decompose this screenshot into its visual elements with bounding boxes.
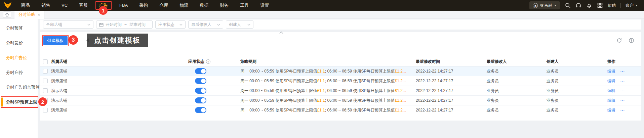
shop-select[interactable]: 全部店铺 xyxy=(43,20,93,29)
modifier-select[interactable]: 最后修改人 xyxy=(188,20,223,29)
rule-budget-value: £1.2... xyxy=(395,108,406,112)
strategy-rule: 周一 00:00 ~ 05:59 使用SP每日预算上限值 £1.1; 06:00… xyxy=(240,66,411,76)
nav-item-工具[interactable]: 工具 xyxy=(234,0,254,11)
edit-link[interactable]: 编辑 xyxy=(607,98,615,103)
header-status-label: 应用状态 xyxy=(188,59,204,64)
status-select[interactable]: 应用状态 xyxy=(155,20,186,29)
nav-item-仓库[interactable]: 仓库 xyxy=(154,0,174,11)
app-logo-fox-icon[interactable] xyxy=(0,2,15,9)
chevron-down-icon xyxy=(247,22,250,27)
row-checkbox[interactable] xyxy=(43,108,48,112)
actions-cell: 编辑⋯ xyxy=(607,66,625,76)
bell-icon[interactable] xyxy=(586,2,592,8)
nav-item-客服[interactable]: 客服 xyxy=(73,0,93,11)
row-checkbox[interactable] xyxy=(43,69,48,74)
creator-name: 业务员 xyxy=(547,105,559,115)
nav-item-商品[interactable]: 商品 xyxy=(15,0,36,11)
create-template-button[interactable]: 创建模板 xyxy=(43,36,68,45)
sidebar-item-分时广告组合预算[interactable]: 分时广告组合预算 xyxy=(0,80,38,95)
rule-text: 周一 00:00 ~ 05:59 使用SP每日预算上限值 xyxy=(240,88,317,94)
select-all-checkbox[interactable] xyxy=(43,59,48,64)
table-row: 演示店铺周一 00:00 ~ 05:59 使用SP每日预算上限值 £1.1; 0… xyxy=(40,105,641,115)
modified-time: 2022-12-22 14:27:17 xyxy=(416,96,453,105)
nav-item-物流[interactable]: 物流 xyxy=(174,0,194,11)
strategy-rule: 周一 00:00 ~ 05:59 使用SP每日预算上限值 £1.1; 06:00… xyxy=(240,105,411,115)
date-start-placeholder: 开始时间 xyxy=(106,22,122,28)
status-select-placeholder: 应用状态 xyxy=(158,22,177,28)
table-header-row: 所属店铺 应用状态 ? 策略规则 最后修改时间 最后修改人 创建人 操作 xyxy=(40,57,641,66)
edit-link[interactable]: 编辑 xyxy=(607,88,615,94)
edit-link[interactable]: 编辑 xyxy=(607,68,615,74)
header-creator: 创建人 xyxy=(547,57,559,66)
creator-name: 业务员 xyxy=(547,76,559,86)
help-circle-icon[interactable] xyxy=(629,38,634,43)
nav-item-设置[interactable]: 设置 xyxy=(254,0,275,11)
edit-link[interactable]: 编辑 xyxy=(607,107,615,113)
headset-icon[interactable] xyxy=(575,2,581,8)
status-toggle-on[interactable] xyxy=(195,107,206,113)
rule-text: ; 06:00 ~ 06:59 使用SP每日预算上限值 xyxy=(325,98,395,103)
header-rule: 策略规则 xyxy=(240,57,411,66)
help-link[interactable]: 帮助 xyxy=(608,3,616,8)
creator-name: 业务员 xyxy=(547,86,559,95)
app-grid-icon[interactable] xyxy=(597,2,603,8)
shop-name: 演示店铺 xyxy=(51,96,67,105)
status-toggle-on[interactable] xyxy=(195,88,206,94)
modified-time: 2022-12-22 14:27:17 xyxy=(416,86,453,95)
nav-item-销售[interactable]: 销售 xyxy=(36,0,56,11)
more-actions-icon[interactable]: ⋯ xyxy=(620,107,625,113)
tab-fenshicelue[interactable]: 分时策略 × xyxy=(14,11,44,19)
marketplace-selector[interactable]: a 亚马逊 ▼ xyxy=(529,1,560,9)
home-tab-button[interactable] xyxy=(3,11,11,18)
account-menu[interactable]: 账户 ▼ xyxy=(626,3,638,8)
nav-item-数据[interactable]: 数据 xyxy=(194,0,214,11)
modifier-name: 业务员 xyxy=(487,86,499,95)
actions-cell: 编辑⋯ xyxy=(607,86,625,95)
marketplace-label: 亚马逊 xyxy=(540,3,552,8)
sidebar-item-分时SP预算上限[interactable]: 分时SP预算上限 xyxy=(0,95,38,109)
question-circle-icon[interactable]: ? xyxy=(206,59,210,64)
header-status: 应用状态 ? xyxy=(188,57,210,66)
more-actions-icon[interactable]: ⋯ xyxy=(620,88,625,93)
edit-link[interactable]: 编辑 xyxy=(607,78,615,84)
refresh-icon[interactable] xyxy=(616,38,622,43)
row-checkbox[interactable] xyxy=(43,88,48,93)
create-template-annotation-box: 创建模板 xyxy=(42,35,69,46)
status-toggle-cell xyxy=(195,86,206,95)
creator-select[interactable]: 创建人 xyxy=(226,20,253,29)
sidebar-item-分时竞价[interactable]: 分时竞价 xyxy=(0,36,38,50)
chevron-down-icon: ▼ xyxy=(554,4,557,7)
table-tools xyxy=(616,38,634,43)
rule-text: 周一 00:00 ~ 05:59 使用SP每日预算上限值 xyxy=(240,98,317,103)
nav-item-财务[interactable]: 财务 xyxy=(214,0,234,11)
more-actions-icon[interactable]: ⋯ xyxy=(620,68,625,74)
header-actions: 操作 xyxy=(607,57,615,66)
sidebar-item-分时预算[interactable]: 分时预算 xyxy=(0,21,38,36)
status-toggle-on[interactable] xyxy=(195,97,206,103)
nav-item-采购[interactable]: 采购 xyxy=(133,0,154,11)
header-modified-time: 最后修改时间 xyxy=(416,57,440,66)
search-icon[interactable] xyxy=(565,2,571,8)
status-toggle-on[interactable] xyxy=(195,78,206,84)
status-toggle-on[interactable] xyxy=(195,68,206,74)
close-icon[interactable]: × xyxy=(38,12,40,17)
modified-time: 2022-12-22 14:27:17 xyxy=(416,76,453,86)
sidebar-item-分时广告位[interactable]: 分时广告位 xyxy=(0,50,38,65)
more-actions-icon[interactable]: ⋯ xyxy=(620,98,625,103)
more-actions-icon[interactable]: ⋯ xyxy=(620,78,625,84)
rule-text: 周一 00:00 ~ 05:59 使用SP每日预算上限值 xyxy=(240,107,317,113)
nav-item-FBA[interactable]: FBA xyxy=(114,0,133,11)
header-shop: 所属店铺 xyxy=(51,57,67,66)
date-range-picker[interactable]: 开始时间 ~ 结束时间 xyxy=(96,20,153,29)
chevron-down-icon: ▼ xyxy=(635,4,638,7)
step-badge-3: 3 xyxy=(69,35,78,45)
modifier-name: 业务员 xyxy=(487,66,499,76)
sidebar-item-分时启停[interactable]: 分时启停 xyxy=(0,65,38,80)
rule-budget-value: £1.2... xyxy=(395,79,406,83)
rule-budget-value: £1.1 xyxy=(317,88,325,93)
row-checkbox[interactable] xyxy=(43,79,48,83)
nav-item-VC[interactable]: VC xyxy=(56,0,73,11)
table-row: 演示店铺周一 00:00 ~ 05:59 使用SP每日预算上限值 £1.1; 0… xyxy=(40,76,641,86)
modifier-name: 业务员 xyxy=(487,105,499,115)
collapse-filter-caret[interactable] xyxy=(279,29,283,35)
